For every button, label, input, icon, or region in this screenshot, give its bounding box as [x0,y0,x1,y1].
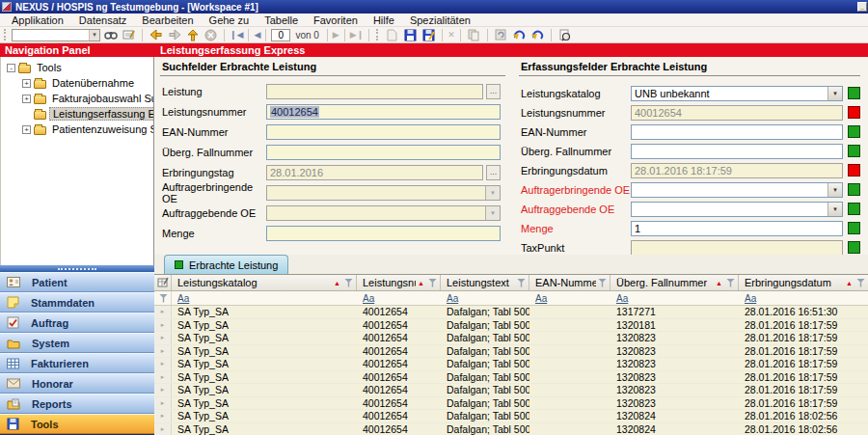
erbringungstag-date-button[interactable]: ... [486,165,501,180]
table-row[interactable]: ▸ SA Typ_SA 40012654 Dafalgan; Tabl 500 … [154,358,868,371]
table-properties-button[interactable] [154,275,172,290]
table-row[interactable]: ▸ SA Typ_SA 40012654 Dafalgan; Tabl 500 … [154,345,868,359]
filter-cell[interactable]: Aa [739,293,868,304]
filter-icon[interactable] [598,279,607,287]
tree-item-datenuebernahme[interactable]: + Datenübernahme [1,75,153,91]
sidebar-item-patient[interactable]: Patient [0,272,154,292]
column-header-erbringungsdatum[interactable]: Erbringungsdatum ▲ [739,275,868,290]
find-icon[interactable] [102,28,119,42]
menu-hilfe[interactable]: Hilfe [366,14,402,26]
menu-favoriten[interactable]: Favoriten [306,14,366,26]
filter-cell[interactable]: Aa [172,293,357,304]
chevron-down-icon[interactable]: ▼ [485,186,500,200]
save-all-icon[interactable] [420,28,437,42]
tree-item-fakturajobauswahl-suche[interactable]: + Fakturajobauswahl Suche [1,91,153,106]
expand-icon[interactable]: + [22,125,31,134]
sidebar-item-tools[interactable]: Tools [0,414,154,434]
save-icon[interactable] [402,28,419,42]
refresh-icon[interactable] [493,28,509,42]
auftragerbringende-oe-select[interactable]: ▼ [266,185,501,201]
navigate-back-icon[interactable] [148,28,164,42]
expand-icon[interactable]: + [22,95,31,103]
table-row[interactable]: ▸ SA Typ_SA 40012654 Dafalgan; Tabl 500 … [154,371,868,385]
expand-icon[interactable]: + [22,79,31,88]
leistung-input[interactable] [266,84,483,99]
chevron-down-icon[interactable]: ▼ [485,206,500,220]
navigate-forward-icon[interactable] [166,28,182,42]
filter-icon[interactable] [428,279,437,287]
tree-item-patientenzuweisung-suche[interactable]: + Patientenzuweisung Suche [1,122,153,137]
ueberg-fallnummer-entry-input[interactable] [631,144,843,159]
tab-erbrachte-leistung[interactable]: Erbrachte Leistung [164,255,288,274]
sidebar-item-fakturieren[interactable]: Fakturieren [0,353,154,373]
table-row[interactable]: ▸ SA Typ_SA 40012654 Dafalgan; Tabl 500 … [154,384,868,397]
stop-icon[interactable] [203,28,219,42]
next-record-icon[interactable]: ▶ [333,30,339,40]
filter-icon[interactable] [517,279,526,287]
filter-icon[interactable] [856,279,865,287]
previous-record-icon[interactable]: ◀ [254,30,260,40]
ean-nummer-input[interactable] [266,124,501,140]
sidebar-item-reports[interactable]: Reports [0,394,154,414]
leistungsnummer-input[interactable]: 40012654 [266,104,501,120]
sidebar-item-stammdaten[interactable]: Stammdaten [0,292,154,313]
filter-cell[interactable]: Aa [441,293,529,304]
print-preview-icon[interactable] [556,28,573,42]
redo-icon[interactable] [529,28,546,42]
column-header-ean-nummer[interactable]: EAN-Nummer [529,275,610,290]
menu-applikation[interactable]: Applikation [4,14,71,26]
table-row[interactable]: ▸ SA Typ_SA 40012654 Dafalgan; Tabl 500 … [154,397,868,411]
filter-cell[interactable]: Aa [357,293,441,304]
leistungsnummer-entry-input[interactable]: 40012654 [631,105,843,121]
auftraggebende-oe-entry-select[interactable]: ▼ [631,202,843,217]
menu-datensatz[interactable]: Datensatz [71,14,135,26]
first-record-icon[interactable]: ❙◀ [230,30,243,40]
collapse-icon[interactable]: - [7,64,15,72]
leistungskatalog-select[interactable]: UNB unbekannt▼ [631,86,843,101]
tree-item-leistungserfassung-express[interactable]: Leistungserfassung Express [1,106,153,122]
ean-nummer-entry-input[interactable] [631,124,843,140]
auftragerbringende-oe-entry-select[interactable]: ▼ [631,182,843,198]
minimize-button[interactable]: _ [857,2,867,12]
column-header-leistungskatalog[interactable]: Leistungskatalog ▲ [172,275,357,290]
menu-tabelle[interactable]: Tabelle [257,14,306,26]
menu-gehe-zu[interactable]: Gehe zu [202,14,258,26]
table-row[interactable]: ▸ SA Typ_SA 40012654 Dafalgan; Tabl 500 … [154,423,868,435]
filter-icon[interactable] [726,279,735,287]
menge-input[interactable] [266,226,501,241]
delete-record-icon[interactable]: ✕ [448,30,455,40]
tree-item-tools[interactable]: - Tools [1,60,153,75]
menge-entry-input[interactable]: 1 [631,221,843,236]
chevron-down-icon[interactable]: ▼ [827,203,842,216]
edit-form-icon[interactable] [121,28,137,42]
toolbar-grip[interactable] [4,29,8,41]
leistung-browse-button[interactable]: ... [486,84,501,99]
toolbar-grip-2[interactable] [376,29,380,41]
filter-cell[interactable]: Aa [610,293,739,304]
table-row[interactable]: ▸ SA Typ_SA 40012654 Dafalgan; Tabl 500 … [154,332,868,345]
column-header-leistungstext[interactable]: Leistungstext [441,275,529,290]
chevron-down-icon[interactable]: ▼ [827,87,842,100]
auftraggebende-oe-select[interactable]: ▼ [266,205,501,221]
column-header-ueberg-fallnummer[interactable]: Überg. Fallnummer ▲ [610,275,739,290]
taxpunkt-input[interactable] [631,240,843,256]
erbringungstag-input[interactable]: 28.01.2016 [266,165,483,180]
new-record-icon[interactable] [384,28,400,42]
erbringungsdatum-input[interactable]: 28.01.2016 18:17:59 [631,163,843,178]
sidebar-splitter[interactable] [0,265,154,272]
menu-bearbeiten[interactable]: Bearbeiten [134,14,201,26]
filter-cell[interactable]: Aa [529,293,610,304]
table-row[interactable]: ▸ SA Typ_SA 40012654 Dafalgan; Tabl 500 … [154,319,868,333]
navigate-up-icon[interactable] [184,28,201,42]
sidebar-item-honorar[interactable]: Honorar [0,373,154,394]
record-position-input[interactable]: 0 [271,29,290,41]
chevron-down-icon[interactable]: ▼ [827,183,842,197]
copy-icon[interactable] [466,28,482,42]
sidebar-item-system[interactable]: System [0,333,154,353]
ueberg-fallnummer-input[interactable] [266,145,501,160]
quick-search-combo[interactable]: ▼ [12,29,100,41]
table-row[interactable]: ▸ SA Typ_SA 40012654 Dafalgan; Tabl 500 … [154,410,868,423]
filter-icon[interactable] [344,279,353,287]
last-record-icon[interactable]: ▶❙ [350,30,364,40]
undo-icon[interactable] [511,28,528,42]
